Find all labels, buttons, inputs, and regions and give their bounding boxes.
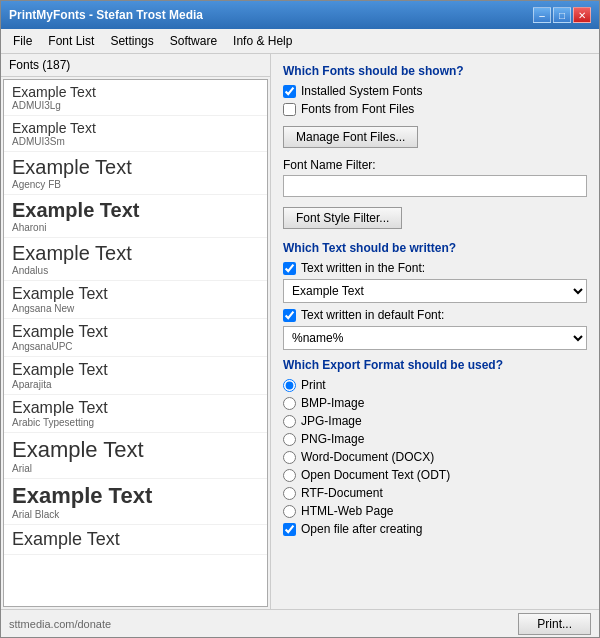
menu-settings[interactable]: Settings <box>102 31 161 51</box>
font-style-filter-button[interactable]: Font Style Filter... <box>283 207 402 229</box>
export-rtf-row: RTF-Document <box>283 486 587 500</box>
font-example-text: Example Text <box>12 323 259 341</box>
font-example-text: Example Text <box>12 199 259 222</box>
font-name-label: Agency FB <box>12 179 259 190</box>
text-written-in-default-label: Text written in default Font: <box>301 308 444 322</box>
font-name-label: Arial Black <box>12 509 259 520</box>
list-item[interactable]: Example Text <box>4 525 267 555</box>
print-button[interactable]: Print... <box>518 613 591 635</box>
font-example-text: Example Text <box>12 156 259 179</box>
section1-title: Which Fonts should be shown? <box>283 64 587 78</box>
default-font-text-dropdown[interactable]: %name% <box>283 326 587 350</box>
text-written-in-default-row: Text written in default Font: <box>283 308 587 322</box>
fonts-from-font-files-row: Fonts from Font Files <box>283 102 587 116</box>
fonts-from-font-files-checkbox[interactable] <box>283 103 296 116</box>
export-png-row: PNG-Image <box>283 432 587 446</box>
export-print-row: Print <box>283 378 587 392</box>
font-example-text: Example Text <box>12 437 259 463</box>
export-odt-row: Open Document Text (ODT) <box>283 468 587 482</box>
export-odt-label: Open Document Text (ODT) <box>301 468 450 482</box>
section3-title: Which Export Format should be used? <box>283 358 587 372</box>
maximize-button[interactable]: □ <box>553 7 571 23</box>
font-name-filter-label: Font Name Filter: <box>283 158 587 172</box>
installed-system-fonts-checkbox[interactable] <box>283 85 296 98</box>
title-bar-controls: – □ ✕ <box>533 7 591 23</box>
list-item[interactable]: Example Text Aparajita <box>4 357 267 395</box>
export-bmp-row: BMP-Image <box>283 396 587 410</box>
title-bar: PrintMyFonts - Stefan Trost Media – □ ✕ <box>1 1 599 29</box>
close-button[interactable]: ✕ <box>573 7 591 23</box>
list-item[interactable]: Example Text Arial <box>4 433 267 479</box>
export-rtf-label: RTF-Document <box>301 486 383 500</box>
export-docx-row: Word-Document (DOCX) <box>283 450 587 464</box>
open-file-after-creating-row: Open file after creating <box>283 522 587 536</box>
main-window: PrintMyFonts - Stefan Trost Media – □ ✕ … <box>0 0 600 638</box>
export-docx-radio[interactable] <box>283 451 296 464</box>
menu-info[interactable]: Info & Help <box>225 31 300 51</box>
export-html-label: HTML-Web Page <box>301 504 393 518</box>
export-bmp-label: BMP-Image <box>301 396 364 410</box>
font-text-dropdown[interactable]: Example Text <box>283 279 587 303</box>
text-written-in-font-row: Text written in the Font: <box>283 261 587 275</box>
donate-link[interactable]: sttmedia.com/donate <box>9 618 111 630</box>
export-html-radio[interactable] <box>283 505 296 518</box>
font-example-text: Example Text <box>12 242 259 265</box>
list-item[interactable]: Example Text Aharoni <box>4 195 267 238</box>
open-file-after-creating-checkbox[interactable] <box>283 523 296 536</box>
font-name-label: Aparajita <box>12 379 259 390</box>
main-content: Fonts (187) Example Text ADMUI3Lg Exampl… <box>1 54 599 609</box>
export-jpg-radio[interactable] <box>283 415 296 428</box>
fonts-from-font-files-label: Fonts from Font Files <box>301 102 414 116</box>
font-example-text: Example Text <box>12 361 259 379</box>
text-written-in-font-checkbox[interactable] <box>283 262 296 275</box>
export-jpg-label: JPG-Image <box>301 414 362 428</box>
list-item[interactable]: Example Text Angsana New <box>4 281 267 319</box>
font-name-label: Aharoni <box>12 222 259 233</box>
font-name-label: Arial <box>12 463 259 474</box>
list-item[interactable]: Example Text ADMUI3Lg <box>4 80 267 116</box>
text-written-in-default-checkbox[interactable] <box>283 309 296 322</box>
export-html-row: HTML-Web Page <box>283 504 587 518</box>
manage-font-files-button[interactable]: Manage Font Files... <box>283 126 418 148</box>
list-item[interactable]: Example Text Arabic Typesetting <box>4 395 267 433</box>
list-item[interactable]: Example Text Arial Black <box>4 479 267 525</box>
font-name-label: AngsanaUPC <box>12 341 259 352</box>
list-item[interactable]: Example Text Agency FB <box>4 152 267 195</box>
fonts-header: Fonts (187) <box>1 54 270 77</box>
export-png-radio[interactable] <box>283 433 296 446</box>
font-name-label: Arabic Typesetting <box>12 417 259 428</box>
section2-title: Which Text should be written? <box>283 241 587 255</box>
minimize-button[interactable]: – <box>533 7 551 23</box>
left-panel: Fonts (187) Example Text ADMUI3Lg Exampl… <box>1 54 271 609</box>
menu-file[interactable]: File <box>5 31 40 51</box>
export-jpg-row: JPG-Image <box>283 414 587 428</box>
fonts-list[interactable]: Example Text ADMUI3Lg Example Text ADMUI… <box>3 79 268 607</box>
font-example-text: Example Text <box>12 399 259 417</box>
font-name-label: Andalus <box>12 265 259 276</box>
font-name-label: ADMUI3Sm <box>12 136 259 147</box>
installed-system-fonts-row: Installed System Fonts <box>283 84 587 98</box>
status-bar: sttmedia.com/donate Print... <box>1 609 599 637</box>
right-panel: Which Fonts should be shown? Installed S… <box>271 54 599 609</box>
list-item[interactable]: Example Text ADMUI3Sm <box>4 116 267 152</box>
export-print-radio[interactable] <box>283 379 296 392</box>
export-rtf-radio[interactable] <box>283 487 296 500</box>
menu-bar: File Font List Settings Software Info & … <box>1 29 599 54</box>
installed-system-fonts-label: Installed System Fonts <box>301 84 422 98</box>
open-file-after-creating-label: Open file after creating <box>301 522 422 536</box>
font-example-text: Example Text <box>12 285 259 303</box>
list-item[interactable]: Example Text AngsanaUPC <box>4 319 267 357</box>
font-name-label: ADMUI3Lg <box>12 100 259 111</box>
menu-software[interactable]: Software <box>162 31 225 51</box>
font-example-text: Example Text <box>12 120 259 136</box>
window-title: PrintMyFonts - Stefan Trost Media <box>9 8 203 22</box>
font-example-text: Example Text <box>12 483 259 509</box>
export-odt-radio[interactable] <box>283 469 296 482</box>
menu-fontlist[interactable]: Font List <box>40 31 102 51</box>
export-bmp-radio[interactable] <box>283 397 296 410</box>
font-example-text: Example Text <box>12 529 259 550</box>
export-png-label: PNG-Image <box>301 432 364 446</box>
list-item[interactable]: Example Text Andalus <box>4 238 267 281</box>
text-written-in-font-label: Text written in the Font: <box>301 261 425 275</box>
font-name-filter-input[interactable] <box>283 175 587 197</box>
